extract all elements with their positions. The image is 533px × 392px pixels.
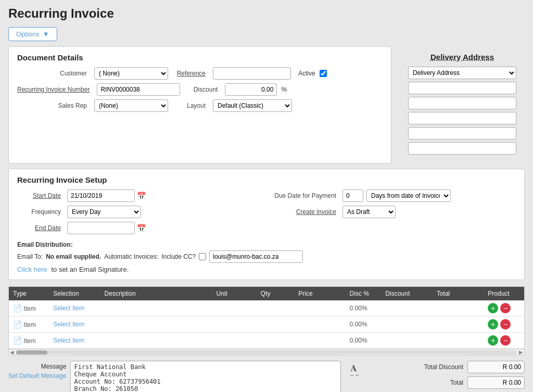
message-textarea[interactable]: First National Bank Cheque Account Accou…	[70, 361, 341, 392]
end-date-calendar-icon[interactable]: 📅	[137, 224, 146, 232]
sales-rep-select[interactable]: (None)	[95, 100, 168, 111]
customer-label: Customer	[17, 70, 90, 77]
total-discount-label: Total Discount	[416, 363, 463, 371]
start-date-calendar-icon[interactable]: 📅	[137, 192, 146, 200]
remove-row-button-1[interactable]: −	[500, 319, 511, 330]
end-date-label: End Date	[17, 224, 64, 232]
layout-select[interactable]: Default (Classic) Modern	[213, 100, 291, 111]
cell-discount[interactable]	[382, 317, 433, 333]
cell-product: + −	[484, 317, 524, 333]
cell-unit[interactable]	[212, 333, 256, 349]
delivery-select[interactable]: Delivery Address	[409, 67, 516, 79]
frequency-select[interactable]: Every Day Every Week Every Month Every Y…	[68, 206, 141, 218]
col-disc-percent: Disc %	[346, 287, 382, 300]
layout-label: Layout	[172, 102, 209, 109]
font-icon: 𝐀	[350, 361, 359, 376]
options-arrow: ▼	[43, 30, 49, 38]
reference-input[interactable]	[213, 67, 291, 80]
total-label: Total	[416, 379, 463, 386]
create-invoice-select[interactable]: As Draft As Final	[343, 206, 395, 218]
sales-rep-label: Sales Rep	[17, 102, 90, 109]
total-input	[467, 376, 525, 389]
due-date-suffix-select[interactable]: Days from date of Invoice	[367, 190, 450, 201]
click-here-text: Click here	[17, 265, 47, 273]
scroll-right-arrow[interactable]: ▶	[519, 349, 523, 355]
delivery-line-5[interactable]	[408, 142, 516, 155]
line-items-table: Type Selection Description Unit Qty Pric…	[9, 287, 524, 349]
due-date-days-input[interactable]	[342, 189, 363, 202]
remove-row-button-0[interactable]: −	[500, 303, 511, 313]
cell-qty[interactable]	[257, 317, 294, 333]
sales-rep-select-wrap[interactable]: (None)	[94, 99, 168, 112]
cell-unit[interactable]	[212, 317, 256, 333]
table-row: 📄 Item Select Item 0.00% + −	[9, 300, 524, 317]
cell-price[interactable]	[294, 317, 345, 333]
options-label: Options	[16, 30, 40, 38]
scrollbar-track	[16, 350, 517, 355]
cell-total[interactable]	[433, 317, 484, 333]
horizontal-scrollbar[interactable]: ◀ ▶	[9, 349, 524, 355]
add-row-button-2[interactable]: +	[488, 335, 498, 346]
document-details-title: Document Details	[17, 53, 383, 62]
email-distribution: Email Distribution: Email To: No email s…	[17, 241, 516, 273]
cell-qty[interactable]	[257, 300, 294, 317]
frequency-label: Frequency	[17, 208, 64, 216]
cell-product: + −	[484, 300, 524, 317]
active-checkbox[interactable]	[320, 70, 327, 77]
total-discount-input	[467, 361, 525, 373]
include-cc-checkbox[interactable]	[199, 253, 206, 260]
add-row-button-0[interactable]: +	[488, 303, 498, 313]
cell-selection[interactable]: Select Item	[49, 333, 100, 349]
end-date-input[interactable]	[67, 222, 135, 234]
cell-price[interactable]	[294, 300, 345, 317]
cell-total[interactable]	[433, 300, 484, 317]
cell-total[interactable]	[433, 333, 484, 349]
cell-unit[interactable]	[212, 300, 256, 317]
cell-description[interactable]	[100, 333, 212, 349]
delivery-select-wrap[interactable]: Delivery Address	[408, 67, 516, 79]
click-here-link[interactable]: Click here	[17, 265, 47, 273]
col-product: Product	[484, 287, 524, 300]
recurring-number-input[interactable]	[97, 83, 180, 96]
cell-selection[interactable]: Select Item	[49, 317, 100, 333]
cell-discount[interactable]	[382, 333, 433, 349]
options-button[interactable]: Options ▼	[8, 27, 57, 41]
scroll-left-arrow[interactable]: ◀	[10, 349, 14, 355]
col-qty: Qty	[257, 287, 294, 300]
discount-input[interactable]	[225, 83, 277, 96]
discount-percent: %	[281, 86, 287, 93]
scrollbar-thumb	[16, 350, 47, 355]
cc-email-input[interactable]	[209, 250, 303, 263]
cell-product: + −	[484, 333, 524, 349]
cell-doc-icon: 📄 Item	[9, 300, 49, 317]
cell-price[interactable]	[294, 333, 345, 349]
customer-select-wrap[interactable]: ( None)	[94, 67, 168, 80]
create-invoice-select-wrap[interactable]: As Draft As Final	[342, 206, 396, 218]
email-to-label: Email To:	[17, 253, 43, 260]
frequency-select-wrap[interactable]: Every Day Every Week Every Month Every Y…	[67, 206, 141, 218]
delivery-line-2[interactable]	[408, 97, 516, 109]
cell-qty[interactable]	[257, 333, 294, 349]
layout-select-wrap[interactable]: Default (Classic) Modern	[213, 99, 292, 112]
start-date-input[interactable]	[67, 189, 135, 202]
recurring-setup-panel: Recurring Invoice Setup Start Date 📅 Fre…	[8, 169, 525, 280]
cell-description[interactable]	[100, 300, 212, 317]
delivery-line-3[interactable]	[408, 112, 516, 124]
set-default-message-link[interactable]: Set Default Message	[8, 372, 66, 380]
add-row-button-1[interactable]: +	[488, 319, 498, 330]
remove-row-button-2[interactable]: −	[500, 335, 511, 346]
due-date-suffix-select-wrap[interactable]: Days from date of Invoice	[366, 189, 451, 202]
message-label: Message	[35, 361, 66, 370]
email-to-value: No email supplied.	[46, 253, 101, 260]
table-row: 📄 Item Select Item 0.00% + −	[9, 333, 524, 349]
cell-selection[interactable]: Select Item	[49, 300, 100, 317]
delivery-line-4[interactable]	[408, 127, 516, 140]
delivery-line-1[interactable]	[408, 82, 516, 94]
automatic-invoices-label: Automatic Invoices:	[104, 253, 158, 260]
col-unit: Unit	[212, 287, 256, 300]
cell-discount[interactable]	[382, 300, 433, 317]
delivery-address-panel: Delivery Address Delivery Address	[400, 46, 525, 163]
cell-description[interactable]	[100, 317, 212, 333]
setup-title: Recurring Invoice Setup	[17, 175, 516, 184]
customer-select[interactable]: ( None)	[95, 68, 168, 79]
